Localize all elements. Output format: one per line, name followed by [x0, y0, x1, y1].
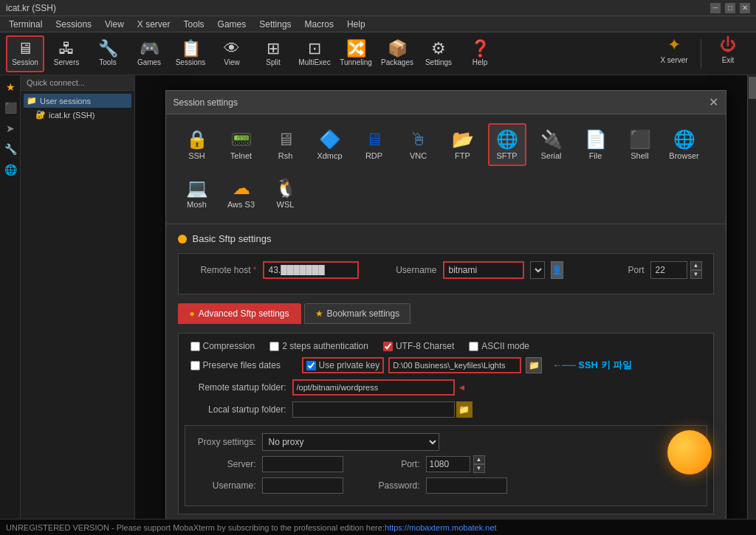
proto-wsl[interactable]: 🐧 WSL	[267, 172, 305, 215]
file-browse-button[interactable]: 📁	[526, 357, 542, 373]
menu-help[interactable]: Help	[341, 18, 371, 31]
xserver-label: X server	[660, 56, 687, 64]
user-icon-button[interactable]: 👤	[551, 261, 563, 279]
proto-xdmcp[interactable]: 🔷 Xdmcp	[311, 123, 349, 166]
toolbar-session-button[interactable]: 🖥 Session	[6, 35, 44, 72]
proto-file[interactable]: 📄 File	[577, 123, 615, 166]
toolbar-split-button[interactable]: ⊞ Split	[254, 35, 292, 72]
xserver-icon: ✦	[667, 35, 681, 55]
proto-ftp[interactable]: 📂 FTP	[444, 123, 482, 166]
compression-label: Compression	[203, 341, 255, 351]
dialog-close-button[interactable]: ✕	[709, 95, 718, 109]
sidebar-send-icon[interactable]: ➤	[1, 120, 19, 137]
sftp-proto-icon: 🌐	[496, 129, 518, 150]
menu-sessions[interactable]: Sessions	[49, 18, 97, 31]
proto-ssh[interactable]: 🔒 SSH	[178, 123, 216, 166]
close-button[interactable]: ✕	[740, 3, 750, 13]
toolbar-games-button[interactable]: 🎮 Games	[130, 35, 168, 72]
port-input[interactable]	[650, 261, 687, 279]
username-input[interactable]	[443, 261, 524, 279]
local-folder-browse-button[interactable]: 📁	[456, 401, 472, 418]
proxy-server-input[interactable]	[262, 456, 343, 472]
host-label: Remote host *	[190, 265, 257, 275]
proto-rdp[interactable]: 🖥 RDP	[355, 123, 394, 166]
tools-icon: 🔧	[98, 41, 118, 57]
checkbox-preserve[interactable]: Preserve files dates	[190, 360, 298, 370]
sidebar-star-icon[interactable]: ★	[1, 78, 19, 96]
proto-telnet[interactable]: 📟 Telnet	[222, 123, 261, 166]
sidebar-globe-icon[interactable]: 🌐	[1, 161, 19, 179]
menu-terminal[interactable]: Terminal	[3, 18, 48, 31]
split-icon: ⊞	[267, 41, 280, 57]
remote-host-input[interactable]	[263, 261, 359, 279]
user-sessions-header[interactable]: 📁 User sessions	[24, 94, 131, 108]
preserve-label: Preserve files dates	[203, 360, 281, 370]
menu-xserver[interactable]: X server	[131, 18, 176, 31]
toolbar-tunneling-label: Tunneling	[340, 58, 372, 66]
tab-advanced-dot: ●	[190, 308, 195, 319]
exit-icon: ⏻	[720, 35, 736, 55]
statusbar-link[interactable]: https://mobaxterm.mobatek.net	[385, 523, 497, 532]
checkbox-ascii[interactable]: ASCII mode	[469, 341, 529, 351]
checkbox-2steps[interactable]: 2 steps authentication	[269, 341, 368, 351]
proto-mosh[interactable]: 💻 Mosh	[178, 172, 216, 215]
local-startup-input[interactable]	[292, 401, 455, 418]
proxy-port-down[interactable]: ▼	[473, 464, 485, 473]
utf8-checkbox[interactable]	[383, 342, 393, 351]
2steps-checkbox[interactable]	[269, 342, 279, 351]
use-private-key-checkbox[interactable]	[306, 361, 316, 370]
toolbar-servers-button[interactable]: 🖧 Servers	[47, 35, 86, 72]
sidebar-tool-icon[interactable]: 🔧	[1, 140, 19, 158]
proto-sftp[interactable]: 🌐 SFTP	[488, 123, 526, 166]
scrollbar-right[interactable]	[747, 75, 756, 519]
toolbar-settings-button[interactable]: ⚙ Settings	[419, 35, 458, 72]
port-down-button[interactable]: ▼	[690, 270, 702, 279]
toolbar-view-button[interactable]: 👁 View	[213, 35, 251, 72]
scrollbar-thumb[interactable]	[749, 77, 756, 99]
packages-icon: 📦	[388, 41, 408, 57]
proto-aws[interactable]: ☁ Aws S3	[222, 172, 261, 215]
annotation-ssh-key: ←── SSH 키 파일	[552, 359, 632, 372]
proxy-username-input[interactable]	[262, 477, 343, 494]
private-key-path-input[interactable]	[388, 357, 521, 373]
toolbar-tunneling-button[interactable]: 🔀 Tunneling	[337, 35, 375, 72]
preserve-checkbox[interactable]	[190, 361, 200, 370]
proxy-password-input[interactable]	[426, 477, 507, 494]
proto-shell[interactable]: ⬛ Shell	[621, 123, 659, 166]
proxy-port-up[interactable]: ▲	[473, 455, 485, 464]
toolbar-tools-button[interactable]: 🔧 Tools	[89, 35, 127, 72]
menu-tools[interactable]: Tools	[178, 18, 210, 31]
tab-bookmark[interactable]: ★ Bookmark settings	[304, 303, 411, 324]
xserver-button[interactable]: ✦ X server	[652, 35, 696, 72]
checkbox-compression[interactable]: Compression	[190, 341, 255, 351]
session-item-icat[interactable]: 🔐 icat.kr (SSH)	[24, 108, 131, 122]
toolbar-multiexec-button[interactable]: ⊡ MultiExec	[295, 35, 334, 72]
port-up-button[interactable]: ▲	[690, 261, 702, 270]
quick-connect[interactable]: Quick connect...	[21, 75, 134, 91]
tab-advanced[interactable]: ● Advanced Sftp settings	[178, 303, 301, 324]
ascii-checkbox[interactable]	[469, 342, 478, 351]
proto-serial[interactable]: 🔌 Serial	[532, 123, 571, 166]
menu-games[interactable]: Games	[212, 18, 252, 31]
proto-xdmcp-label: Xdmcp	[317, 151, 342, 160]
toolbar-packages-button[interactable]: 📦 Packages	[378, 35, 416, 72]
exit-button[interactable]: ⏻ Exit	[706, 35, 750, 72]
toolbar-help-button[interactable]: ❓ Help	[461, 35, 499, 72]
proxy-port-input[interactable]	[426, 456, 470, 472]
proxy-select[interactable]: No proxy HTTP SOCKS4 SOCKS5	[262, 433, 439, 451]
remote-startup-input[interactable]	[292, 379, 455, 396]
minimize-button[interactable]: ─	[710, 3, 721, 13]
username-select[interactable]: ▼	[530, 261, 545, 279]
proto-rsh[interactable]: 🖥 Rsh	[267, 123, 305, 166]
sidebar-terminal-icon[interactable]: ⬛	[1, 99, 19, 117]
menu-settings[interactable]: Settings	[253, 18, 297, 31]
compression-checkbox[interactable]	[190, 342, 200, 351]
checkbox-utf8[interactable]: UTF-8 Charset	[383, 341, 454, 351]
proto-vnc[interactable]: 🖱 VNC	[399, 123, 438, 166]
menu-macros[interactable]: Macros	[299, 18, 340, 31]
sessions-icon: 📋	[181, 41, 201, 57]
menu-view[interactable]: View	[99, 18, 130, 31]
maximize-button[interactable]: □	[725, 3, 735, 13]
proto-browser[interactable]: 🌐 Browser	[665, 123, 704, 166]
toolbar-sessions-button[interactable]: 📋 Sessions	[171, 35, 210, 72]
